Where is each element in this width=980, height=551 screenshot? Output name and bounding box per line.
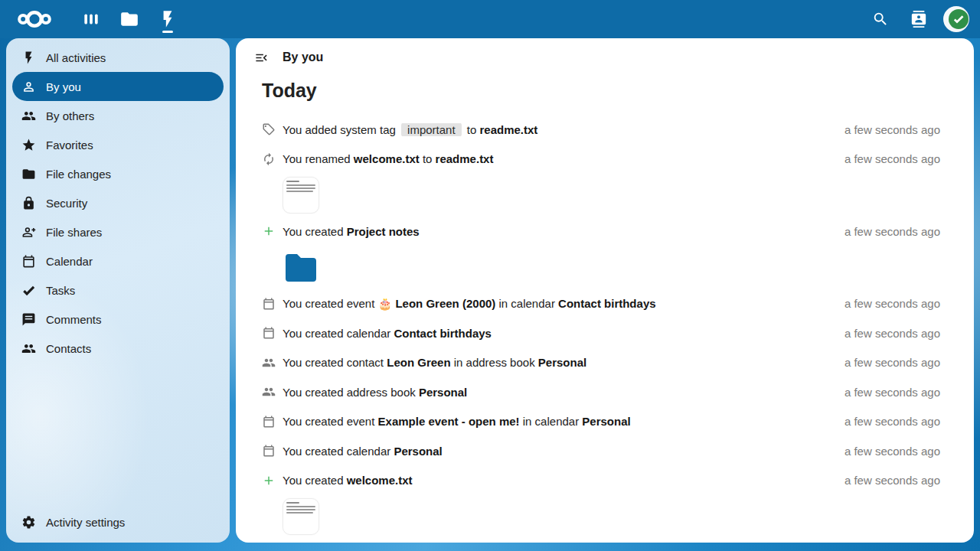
entity-link[interactable]: Personal — [394, 445, 442, 458]
activity-row: You created event 🎂 Leon Green (2000) in… — [262, 289, 940, 319]
sidebar-item-file-shares[interactable]: File shares — [12, 217, 224, 246]
sidebar-item-label: All activities — [46, 51, 106, 64]
activity-text: You created contact Leon Green in addres… — [283, 356, 832, 369]
activity-row: You created welcome.txta few seconds ago — [262, 466, 940, 496]
users-icon — [21, 108, 36, 123]
activity-timestamp: a few seconds ago — [844, 415, 940, 428]
activity-list: You added system tag important to readme… — [262, 115, 940, 538]
sidebar-item-by-you[interactable]: By you — [12, 72, 224, 101]
activity-text: You created event 🎂 Leon Green (2000) in… — [283, 297, 832, 311]
activity-row: You created address book Personala few s… — [262, 377, 940, 407]
users-icon — [262, 356, 276, 370]
app-icon-activity[interactable] — [149, 0, 187, 38]
activity-text-segment: in calendar — [520, 415, 583, 428]
sidebar-item-file-changes[interactable]: File changes — [12, 159, 224, 188]
entity-link[interactable]: Leon Green (2000) — [395, 297, 495, 310]
entity-link[interactable]: Leon Green — [387, 356, 450, 369]
comment-icon — [21, 311, 36, 327]
activity-text-segment: You created address book — [283, 386, 419, 399]
activity-text-segment: in address book — [451, 356, 538, 369]
activity-text: You created welcome.txt — [283, 474, 832, 487]
sidebar-item-comments[interactable]: Comments — [12, 305, 224, 334]
folder-thumbnail[interactable] — [283, 249, 319, 286]
nextcloud-logo[interactable] — [17, 8, 52, 30]
sidebar-item-label: Activity settings — [46, 516, 125, 529]
sidebar-item-all-activities[interactable]: All activities — [12, 43, 224, 72]
contacts-menu-button[interactable] — [905, 5, 933, 33]
menu-open-icon — [254, 51, 269, 65]
app-icon-files[interactable] — [110, 0, 149, 38]
entity-link[interactable]: Personal — [419, 386, 467, 399]
entity-link[interactable]: Contact birthdays — [558, 297, 656, 310]
activity-text-segment: You created event — [283, 297, 378, 310]
sidebar-item-tasks[interactable]: Tasks — [12, 276, 224, 305]
entity-link[interactable]: readme.txt — [479, 123, 537, 136]
system-tag-badge: important — [401, 123, 462, 136]
lock-icon — [21, 195, 36, 210]
star-icon — [21, 137, 36, 152]
tag-icon — [262, 122, 276, 136]
search-icon — [872, 11, 889, 28]
calendar-icon — [262, 326, 276, 340]
text-file-thumbnail[interactable] — [283, 177, 319, 214]
activity-text-segment: in calendar — [495, 297, 558, 310]
entity-link[interactable]: Example event - open me! — [378, 415, 520, 428]
entity-link[interactable]: Personal — [538, 356, 586, 369]
activity-text-segment: You created — [283, 474, 347, 487]
activity-timestamp: a few seconds ago — [844, 152, 940, 165]
top-header-bar — [0, 0, 980, 38]
checkmark-icon — [952, 13, 965, 25]
app-icon-dashboard[interactable] — [72, 0, 110, 38]
activity-text: You created calendar Contact birthdays — [283, 327, 832, 340]
activity-text-segment: to — [464, 123, 480, 136]
sidebar-item-contacts[interactable]: Contacts — [12, 334, 224, 363]
gear-icon — [21, 514, 36, 530]
sidebar-item-favorites[interactable]: Favorites — [12, 130, 224, 159]
entity-link[interactable]: Project notes — [347, 225, 420, 238]
dashboard-icon — [81, 9, 101, 29]
rename-icon — [262, 152, 276, 166]
text-file-thumbnail[interactable] — [283, 498, 319, 535]
main-content-panel: By you Today You added system tag import… — [236, 38, 974, 543]
sidebar-item-label: Comments — [46, 313, 102, 326]
activity-timestamp: a few seconds ago — [844, 356, 940, 369]
entity-link[interactable]: Contact birthdays — [394, 327, 492, 340]
sidebar-item-label: By you — [46, 80, 81, 93]
activity-text: You created address book Personal — [283, 386, 832, 399]
activity-row: You created calendar Contact birthdaysa … — [262, 318, 940, 348]
user-avatar[interactable] — [943, 6, 969, 32]
activity-row: You created calendar Personala few secon… — [262, 436, 940, 466]
activity-row: You added system tag important to readme… — [262, 115, 940, 145]
lightning-icon — [21, 50, 36, 65]
folder-icon — [119, 9, 139, 29]
entity-link[interactable]: welcome.txt — [347, 474, 413, 487]
activity-text: You created calendar Personal — [283, 445, 832, 458]
activity-text: You renamed welcome.txt to readme.txt — [283, 152, 832, 165]
sidebar-item-activity-settings[interactable]: Activity settings — [12, 507, 224, 536]
sidebar-item-label: Favorites — [46, 139, 93, 152]
nextcloud-logo-icon — [17, 8, 52, 30]
collapse-sidebar-button[interactable] — [250, 47, 273, 67]
entity-link[interactable]: welcome.txt — [354, 152, 420, 165]
calendar-icon — [262, 415, 276, 429]
entity-link[interactable]: readme.txt — [436, 152, 494, 165]
content-header: By you — [250, 47, 940, 67]
entity-link[interactable]: Personal — [582, 415, 630, 428]
search-button[interactable] — [867, 5, 894, 33]
activity-preview — [262, 246, 940, 289]
activity-timestamp: a few seconds ago — [844, 474, 940, 487]
activity-text-segment: You renamed — [283, 152, 354, 165]
calendar-icon — [262, 444, 276, 458]
sidebar-item-by-others[interactable]: By others — [12, 101, 224, 130]
users-icon — [262, 385, 276, 399]
app-menu — [72, 0, 187, 38]
sidebar-item-label: By others — [46, 109, 94, 122]
sidebar-item-security[interactable]: Security — [12, 188, 224, 217]
activity-text-segment: You created event — [283, 415, 378, 428]
user-plus-icon — [21, 224, 36, 240]
sidebar-item-label: File shares — [46, 226, 102, 239]
activity-sidebar: All activitiesBy youBy othersFavoritesFi… — [6, 38, 230, 543]
sidebar-item-label: Tasks — [46, 284, 75, 297]
sidebar-item-calendar[interactable]: Calendar — [12, 246, 224, 276]
folder-icon — [21, 166, 36, 181]
